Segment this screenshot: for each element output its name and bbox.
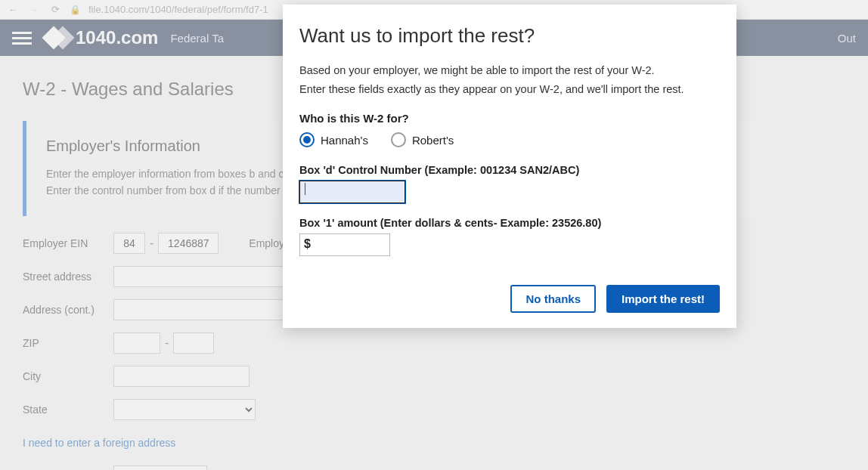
- import-button[interactable]: Import the rest!: [606, 285, 720, 313]
- box-1-label: Box '1' amount (Enter dollars & cents- E…: [299, 217, 720, 229]
- modal-description: Based on your employer, we might be able…: [299, 61, 720, 98]
- modal-title: Want us to import the rest?: [299, 24, 720, 48]
- modal-actions: No thanks Import the rest!: [299, 285, 720, 313]
- who-label: Who is this W-2 for?: [299, 112, 720, 125]
- box-d-input[interactable]: [299, 181, 405, 203]
- box-1-input[interactable]: [299, 233, 390, 256]
- dollar-icon: $: [304, 237, 311, 251]
- who-radio-group: Hannah's Robert's: [299, 132, 720, 147]
- radio-icon: [391, 132, 406, 147]
- radio-robert-label: Robert's: [412, 134, 454, 147]
- radio-icon: [299, 132, 315, 147]
- radio-hannah-label: Hannah's: [321, 134, 368, 147]
- box-d-label: Box 'd' Control Number (Example: 001234 …: [299, 164, 720, 176]
- no-thanks-button[interactable]: No thanks: [510, 285, 596, 313]
- radio-hannah[interactable]: Hannah's: [299, 132, 368, 147]
- import-modal: Want us to import the rest? Based on you…: [283, 5, 736, 328]
- radio-robert[interactable]: Robert's: [391, 132, 454, 147]
